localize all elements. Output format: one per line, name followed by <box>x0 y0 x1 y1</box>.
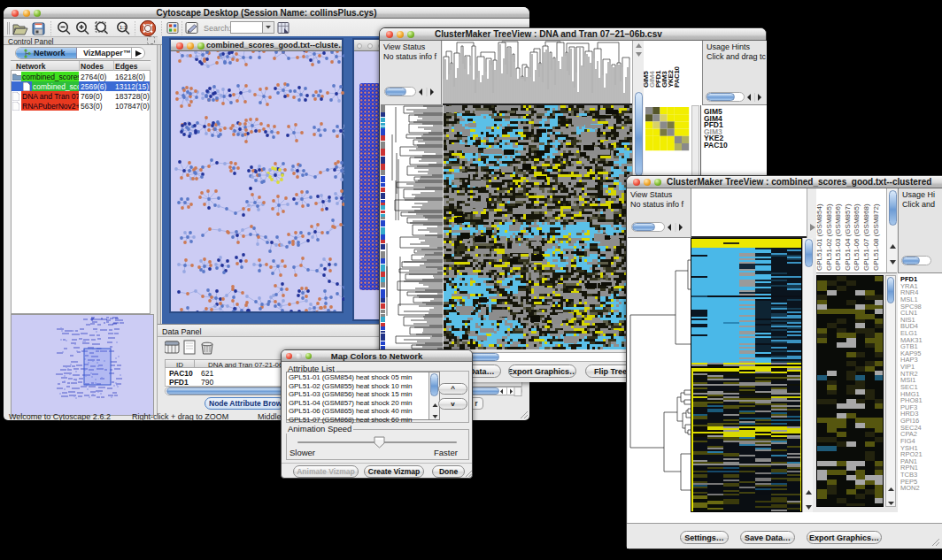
svg-text:Search:: Search: <box>204 24 231 33</box>
svg-text:1:1: 1:1 <box>120 25 127 30</box>
